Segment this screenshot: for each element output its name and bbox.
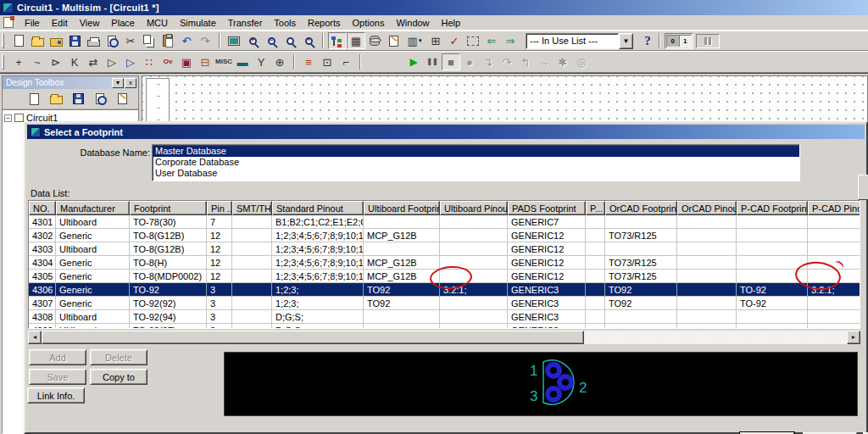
tree-expander-icon[interactable]: −: [4, 114, 12, 122]
component-wizard-button[interactable]: [384, 32, 403, 49]
simulation-pause-switch[interactable]: [698, 36, 718, 47]
column-header-standard_pinout[interactable]: Standard Pinout: [272, 201, 364, 215]
document-icon[interactable]: [3, 17, 14, 28]
table-row-4302[interactable]: 4302GenericTO-8(G12B)121;2;3;4;5;6;7;8;9…: [29, 229, 860, 242]
menu-file[interactable]: File: [19, 16, 46, 30]
electrical-rules-check-button[interactable]: ✓: [445, 32, 464, 49]
place-diode-button[interactable]: ⊳: [47, 53, 65, 70]
toolbox-properties-button[interactable]: [113, 91, 131, 108]
toolbar-drag-handle[interactable]: [2, 33, 4, 48]
undo-button[interactable]: ↶: [177, 32, 196, 49]
place-misc-digital-button[interactable]: ∷: [140, 53, 159, 70]
toolbox-save-button[interactable]: [69, 91, 87, 108]
design-toolbox-button[interactable]: [328, 32, 347, 49]
step-out-button[interactable]: ↰: [516, 53, 535, 70]
table-horizontal-scrollbar[interactable]: ◄ ►: [28, 331, 860, 344]
save-button[interactable]: Save: [29, 369, 86, 385]
menu-reports[interactable]: Reports: [302, 16, 347, 30]
place-cmos-button[interactable]: ▷: [121, 53, 140, 70]
cut-button[interactable]: ✂: [121, 32, 140, 49]
column-header-ultiboard_pinout[interactable]: Ultiboard Pinout: [440, 201, 508, 215]
run-to-cursor-button[interactable]: →: [535, 53, 554, 70]
zoom-100-button[interactable]: [281, 32, 299, 49]
stop-simulation-button[interactable]: ■: [442, 53, 460, 70]
database-option[interactable]: User Database: [153, 168, 799, 179]
dialog-titlebar[interactable]: Select a Footprint: [27, 125, 865, 139]
step-over-button[interactable]: ↷: [498, 53, 516, 70]
menu-tools[interactable]: Tools: [268, 16, 302, 30]
postprocessor-button[interactable]: ⊞: [426, 32, 445, 49]
clipped-button[interactable]: [858, 175, 868, 200]
print-preview-button[interactable]: [103, 32, 121, 49]
place-misc-component-button[interactable]: MISC: [214, 53, 233, 70]
zoom-out-button[interactable]: −: [262, 32, 281, 49]
place-mixed-button[interactable]: Ov: [159, 53, 177, 70]
copy-to-button[interactable]: Copy to: [90, 369, 147, 385]
zoom-fit-button[interactable]: ▫: [299, 32, 318, 49]
capture-area-button[interactable]: [464, 32, 482, 49]
column-header-pcad_pinout[interactable]: P-CAD Pinout: [808, 201, 860, 215]
table-row-4301[interactable]: 4301UltiboardTO-78(30)7B1;B2;C1;C2;E1;E2…: [29, 215, 860, 229]
scroll-left-icon[interactable]: ◄: [28, 331, 42, 344]
menu-mcu[interactable]: MCU: [141, 16, 174, 30]
menu-edit[interactable]: Edit: [46, 16, 74, 30]
place-hierarchical-block-button[interactable]: ⊡: [318, 53, 337, 70]
table-row-4307[interactable]: 4307GenericTO-92(92)31;2;3;TO92GENERIC3T…: [29, 297, 860, 310]
place-rf-button[interactable]: Y: [252, 53, 270, 70]
panel-minimize-icon[interactable]: ▾: [112, 78, 124, 88]
open-sample-button[interactable]: [47, 32, 65, 49]
place-power-component-button[interactable]: ⊟: [196, 53, 214, 70]
column-header-orcad_pinout[interactable]: OrCAD Pinout: [677, 201, 737, 215]
column-header-orcad_footprint[interactable]: OrCAD Footprint: [605, 201, 677, 215]
record-button[interactable]: ●: [460, 53, 479, 70]
link-info-button[interactable]: Link Info.: [27, 387, 85, 403]
grapher-button[interactable]: ▥▾: [403, 32, 426, 49]
save-button[interactable]: [65, 32, 84, 49]
table-row-4308[interactable]: 4308UltiboardTO-92(94)3D;G;S;GENERIC3: [29, 310, 860, 324]
column-header-ultiboard_footprint[interactable]: Ultiboard Footprint: [364, 201, 440, 215]
pause-simulation-button[interactable]: ❚❚: [423, 53, 442, 70]
scrollbar-thumb[interactable]: [42, 331, 584, 344]
place-transistor-button[interactable]: K: [65, 53, 84, 70]
column-header-manufacturer[interactable]: Manufacturer: [56, 201, 130, 215]
place-source-button[interactable]: +: [9, 53, 28, 70]
add-button[interactable]: Add: [29, 349, 86, 365]
simulation-power-switch[interactable]: 0 1: [666, 35, 692, 47]
toolbox-new-button[interactable]: [25, 91, 43, 108]
open-button[interactable]: [28, 32, 47, 49]
window-titlebar[interactable]: Circuit1 - Multisim - [Circuit1 *]: [0, 0, 868, 15]
database-option[interactable]: Corporate Database: [153, 157, 799, 168]
column-header-smt_th[interactable]: SMT/TH: [232, 201, 272, 215]
menu-simulate[interactable]: Simulate: [174, 16, 222, 30]
copy-button[interactable]: [140, 32, 159, 49]
delete-button[interactable]: Delete: [90, 349, 147, 365]
column-header-pcad_footprint[interactable]: P-CAD Footprint: [737, 201, 808, 215]
toolbox-close-button[interactable]: [91, 91, 109, 108]
menu-window[interactable]: Window: [390, 16, 435, 30]
menu-transfer[interactable]: Transfer: [222, 16, 269, 30]
database-option[interactable]: Master Database: [153, 146, 799, 157]
place-advanced-peripherals-button[interactable]: ▬: [233, 53, 252, 70]
toolbox-open-button[interactable]: [47, 91, 65, 108]
column-header-p[interactable]: P...: [586, 201, 605, 215]
fullscreen-button[interactable]: [225, 32, 243, 49]
in-use-list-combo[interactable]: --- In Use List --- ▼: [526, 33, 633, 49]
breakpoints-button[interactable]: ◎: [572, 53, 591, 70]
redo-button[interactable]: ↷: [196, 32, 214, 49]
help-button[interactable]: ?: [638, 32, 657, 49]
menu-place[interactable]: Place: [105, 16, 141, 30]
run-simulation-button[interactable]: ▶: [404, 53, 423, 70]
spreadsheet-view-button[interactable]: ▦: [347, 32, 365, 49]
in-use-list-dropdown-icon[interactable]: ▼: [619, 33, 633, 49]
zoom-in-button[interactable]: +: [243, 32, 262, 49]
new-button[interactable]: [9, 32, 28, 49]
place-ladder-rungs-button[interactable]: ≡: [299, 53, 318, 70]
menu-view[interactable]: View: [74, 16, 106, 30]
column-header-pins[interactable]: Pin ...: [207, 201, 232, 215]
table-row-4309[interactable]: 4309UltiboardTO-92(97)3D;G;S;GENERIC3: [29, 324, 860, 329]
place-ttl-button[interactable]: ▷: [103, 53, 121, 70]
column-header-footprint[interactable]: Footprint: [130, 201, 207, 215]
menu-help[interactable]: Help: [436, 16, 467, 30]
design-toolbox-titlebar[interactable]: Design Toolbox ▾ x: [3, 76, 138, 89]
place-bus-button[interactable]: ⌐: [337, 53, 355, 70]
